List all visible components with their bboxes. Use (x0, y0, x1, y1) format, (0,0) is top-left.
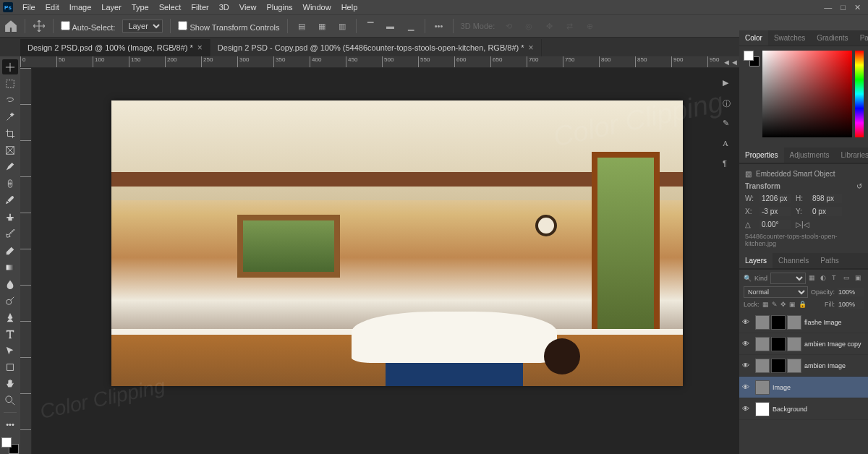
panel-tab-layers[interactable]: Layers (739, 253, 773, 268)
filter-type-icon[interactable]: T (832, 274, 841, 283)
align-left-icon[interactable]: ▤ (295, 20, 308, 33)
visibility-toggle-icon[interactable]: 👁 (742, 318, 752, 326)
hand-tool[interactable] (2, 377, 18, 392)
maximize-icon[interactable]: □ (841, 3, 846, 12)
panel-tab-swatches[interactable]: Swatches (768, 30, 811, 46)
x-input[interactable] (760, 207, 791, 216)
visibility-toggle-icon[interactable]: 👁 (742, 361, 752, 369)
panel-tab-channels[interactable]: Channels (773, 253, 814, 268)
tab-close-icon[interactable]: × (197, 43, 203, 53)
menu-image[interactable]: Image (64, 3, 97, 12)
width-input[interactable] (760, 194, 791, 203)
blend-mode-select[interactable]: Normal (744, 286, 808, 298)
height-input[interactable] (810, 194, 842, 203)
layer-row[interactable]: 👁ambien Image copy (739, 333, 868, 355)
align-top-icon[interactable]: ▔ (364, 20, 377, 33)
panel-tab-adjustments[interactable]: Adjustments (784, 147, 835, 163)
document-tab[interactable]: Design 2 PSD - Copy.psd @ 100% (54486cou… (210, 39, 542, 56)
lasso-tool[interactable] (2, 93, 18, 108)
more-align-icon[interactable]: ••• (433, 20, 446, 33)
filter-shape-icon[interactable]: ▭ (843, 274, 852, 283)
menu-3d[interactable]: 3D (214, 3, 234, 12)
blur-tool[interactable] (2, 276, 18, 291)
path-tool[interactable] (2, 343, 18, 359)
move-tool-icon[interactable] (33, 20, 46, 33)
filter-image-icon[interactable]: ▦ (809, 274, 817, 283)
brush-presets-icon[interactable]: ✎ (723, 119, 734, 130)
menu-view[interactable]: View (234, 3, 262, 12)
edit-toolbar-icon[interactable]: ••• (2, 416, 18, 432)
menu-plugins[interactable]: Plugins (261, 3, 297, 12)
minimize-icon[interactable]: — (824, 3, 832, 12)
layer-row[interactable]: 👁Background (739, 398, 868, 420)
clone-stamp-tool[interactable] (2, 210, 18, 225)
menu-filter[interactable]: Filter (186, 3, 213, 12)
panel-fgbg-swatch[interactable] (744, 51, 760, 67)
close-icon[interactable]: ✕ (854, 3, 861, 12)
lock-position-icon[interactable]: ✥ (780, 301, 786, 308)
history-brush-tool[interactable] (2, 226, 18, 241)
fill-input[interactable] (838, 300, 864, 309)
auto-select-target[interactable]: Layer (122, 20, 163, 33)
move-tool[interactable] (2, 59, 18, 74)
panel-tab-paths[interactable]: Paths (814, 253, 845, 268)
color-field[interactable] (762, 51, 852, 137)
align-center-v-icon[interactable]: ▬ (384, 20, 397, 33)
panel-tab-color[interactable]: Color (739, 30, 768, 46)
brush-tool[interactable] (2, 193, 18, 208)
play-icon[interactable]: ▶ (723, 78, 734, 90)
tab-close-icon[interactable]: × (529, 43, 534, 53)
marquee-tool[interactable] (2, 76, 18, 91)
type-tool[interactable] (2, 327, 18, 342)
kind-filter-select[interactable] (770, 273, 806, 284)
zoom-tool[interactable] (2, 393, 18, 408)
menu-type[interactable]: Type (127, 3, 154, 12)
foreground-background-colors[interactable] (1, 437, 19, 454)
flip-h-icon[interactable]: ▷|◁ (796, 220, 809, 228)
panel-tab-patterns[interactable]: Patterns (854, 30, 868, 46)
hue-slider[interactable] (855, 51, 864, 137)
align-bottom-icon[interactable]: ▁ (404, 20, 417, 33)
visibility-toggle-icon[interactable]: 👁 (742, 405, 752, 413)
menu-help[interactable]: Help (336, 3, 363, 12)
menu-layer[interactable]: Layer (96, 3, 127, 12)
y-input[interactable] (810, 207, 842, 216)
paragraph-icon[interactable]: ¶ (723, 159, 734, 171)
auto-select-checkbox[interactable]: Auto-Select: (61, 21, 115, 32)
filter-smart-icon[interactable]: ▣ (855, 274, 864, 283)
shape-tool[interactable] (2, 360, 18, 375)
lock-all-icon[interactable]: 🔒 (799, 301, 807, 308)
menu-file[interactable]: File (17, 3, 41, 12)
visibility-toggle-icon[interactable]: 👁 (742, 340, 752, 348)
magic-wand-tool[interactable] (2, 109, 18, 124)
layer-row[interactable]: 👁Image (739, 377, 868, 398)
document-tab[interactable]: Design 2 PSD.psd @ 100% (Image, RGB/8#) … (20, 39, 210, 56)
panel-tab-properties[interactable]: Properties (739, 147, 784, 163)
align-right-icon[interactable]: ▥ (336, 20, 349, 33)
menu-window[interactable]: Window (298, 3, 336, 12)
opacity-input[interactable] (838, 288, 864, 296)
pen-tool[interactable] (2, 309, 18, 325)
angle-input[interactable] (760, 220, 791, 229)
align-center-h-icon[interactable]: ▦ (315, 20, 328, 33)
visibility-toggle-icon[interactable]: 👁 (742, 383, 752, 391)
menu-edit[interactable]: Edit (41, 3, 64, 12)
healing-brush-tool[interactable] (2, 176, 18, 192)
panel-tab-gradients[interactable]: Gradients (811, 30, 854, 46)
lock-brush-icon[interactable]: ✎ (772, 301, 778, 308)
frame-tool[interactable] (2, 142, 18, 158)
canvas[interactable]: Color Clipping Color Clipping (32, 68, 739, 454)
gradient-tool[interactable] (2, 260, 18, 275)
eraser-tool[interactable] (2, 243, 18, 258)
crop-tool[interactable] (2, 126, 18, 141)
step-back-icon[interactable]: ◄◄ (723, 58, 734, 69)
layer-row[interactable]: 👁ambien Image (739, 355, 868, 377)
eyedropper-tool[interactable] (2, 160, 18, 175)
home-icon[interactable] (4, 20, 17, 33)
panel-tab-libraries[interactable]: Libraries (835, 147, 868, 163)
info-icon[interactable]: ⓘ (723, 98, 734, 110)
reset-transform-icon[interactable]: ↺ (856, 182, 862, 190)
layer-row[interactable]: 👁flashe Image (739, 312, 868, 333)
dodge-tool[interactable] (2, 293, 18, 308)
lock-artboard-icon[interactable]: ▣ (789, 301, 796, 308)
